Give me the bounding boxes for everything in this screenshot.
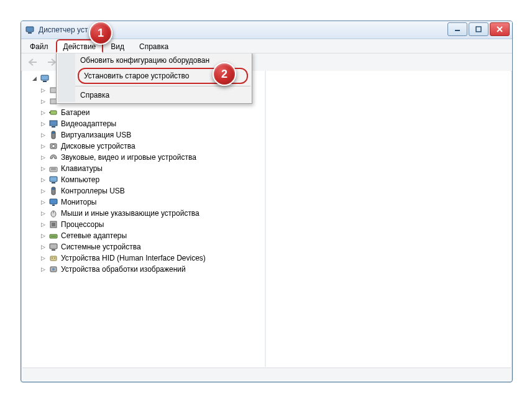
usb-controller-icon bbox=[48, 186, 58, 196]
battery-icon bbox=[48, 108, 58, 118]
svg-rect-34 bbox=[52, 249, 55, 251]
expand-icon[interactable]: ▷ bbox=[40, 98, 46, 104]
svg-rect-35 bbox=[50, 256, 57, 261]
menu-separator bbox=[75, 86, 250, 86]
disk-drive-icon bbox=[48, 141, 58, 151]
svg-point-37 bbox=[54, 257, 55, 259]
network-adapter-icon bbox=[48, 231, 58, 241]
imaging-device-icon bbox=[48, 264, 58, 274]
mouse-icon bbox=[48, 208, 58, 218]
collapse-icon[interactable]: ◢ bbox=[31, 75, 37, 81]
svg-rect-1 bbox=[28, 32, 32, 34]
expand-icon[interactable]: ▷ bbox=[40, 132, 46, 138]
tree-node[interactable]: ▷Батареи bbox=[40, 107, 511, 118]
tree-node-label: Системные устройства bbox=[61, 241, 141, 252]
svg-rect-11 bbox=[49, 112, 50, 113]
expand-icon[interactable]: ▷ bbox=[40, 188, 46, 194]
tree-node[interactable]: ▷Сетевые адаптеры bbox=[40, 230, 511, 241]
device-manager-window: Диспетчер уст Файл Действие Вид Справка bbox=[21, 21, 513, 382]
usb-virtualization-icon bbox=[48, 130, 58, 140]
svg-point-39 bbox=[52, 268, 55, 271]
tree-node[interactable]: ▷Процессоры bbox=[40, 219, 511, 230]
tree-node-label: Мыши и иные указывающие устройства bbox=[61, 208, 200, 219]
svg-rect-7 bbox=[43, 81, 47, 82]
tree-node[interactable]: ▷Виртуализация USB bbox=[40, 129, 511, 141]
expand-icon[interactable]: ▷ bbox=[40, 244, 46, 250]
svg-rect-21 bbox=[50, 177, 57, 182]
processor-icon bbox=[48, 220, 58, 229]
expand-icon[interactable]: ▷ bbox=[40, 121, 46, 127]
minimize-button[interactable] bbox=[447, 22, 467, 36]
tree-node[interactable]: ▷Компьютер bbox=[40, 174, 511, 185]
svg-rect-33 bbox=[50, 244, 57, 249]
maximize-button[interactable] bbox=[469, 22, 488, 36]
svg-point-36 bbox=[52, 257, 53, 259]
tree-node[interactable]: ▷Мыши и иные указывающие устройства bbox=[40, 208, 511, 219]
svg-rect-30 bbox=[52, 223, 55, 226]
menu-file[interactable]: Файл bbox=[22, 39, 56, 53]
expand-icon[interactable]: ▷ bbox=[40, 177, 46, 183]
tree-node[interactable]: ▷Устройства HID (Human Interface Devices… bbox=[40, 252, 511, 264]
tree-node-label: Устройства HID (Human Interface Devices) bbox=[61, 252, 206, 264]
menu-help[interactable]: Справка bbox=[132, 39, 176, 53]
display-adapter-icon bbox=[48, 119, 58, 129]
svg-point-17 bbox=[52, 145, 55, 148]
back-button[interactable] bbox=[25, 55, 41, 70]
svg-rect-25 bbox=[50, 199, 57, 204]
audio-icon bbox=[48, 152, 58, 162]
tree-node-label: Устройства обработки изображений bbox=[61, 264, 186, 275]
tree-node[interactable]: ▷Устройства обработки изображений bbox=[40, 264, 511, 275]
tree-node[interactable]: ▷Дисковые устройства bbox=[40, 141, 511, 152]
tree-node[interactable]: ▷Видеоадаптеры bbox=[40, 118, 511, 129]
tree-node-label: Дисковые устройства bbox=[61, 141, 135, 152]
system-device-icon bbox=[48, 242, 58, 252]
keyboard-icon bbox=[48, 164, 58, 174]
svg-rect-22 bbox=[52, 182, 55, 183]
computer-icon bbox=[40, 73, 50, 83]
monitor-icon bbox=[48, 197, 58, 207]
tree-node[interactable]: ▷Мониторы bbox=[40, 197, 511, 208]
expand-icon[interactable]: ▷ bbox=[40, 233, 46, 239]
expand-icon[interactable]: ▷ bbox=[40, 210, 46, 216]
menu-item-help[interactable]: Справка bbox=[75, 88, 250, 102]
svg-rect-15 bbox=[52, 132, 55, 134]
svg-rect-0 bbox=[26, 27, 34, 32]
tree-node-label: Батареи bbox=[61, 107, 89, 118]
close-button[interactable] bbox=[490, 22, 510, 36]
tree-node-label: Процессоры bbox=[61, 219, 104, 230]
app-icon bbox=[25, 25, 35, 35]
svg-rect-26 bbox=[52, 205, 55, 206]
tree-node[interactable]: ▷Системные устройства bbox=[40, 241, 511, 252]
tree-node[interactable]: ▷Звуковые, видео и игровые устройства bbox=[40, 152, 511, 163]
svg-rect-6 bbox=[41, 75, 48, 80]
callout-badge-2: 2 bbox=[213, 62, 236, 86]
tree-node[interactable]: ▷Контроллеры USB bbox=[40, 185, 511, 197]
tree-node-label: Звуковые, видео и игровые устройства bbox=[61, 152, 196, 163]
expand-icon[interactable]: ▷ bbox=[40, 255, 46, 261]
svg-rect-12 bbox=[50, 121, 57, 126]
expand-icon[interactable]: ▷ bbox=[40, 154, 46, 160]
statusbar bbox=[22, 368, 511, 381]
tree-node-label: Клавиатуры bbox=[61, 163, 103, 174]
svg-rect-10 bbox=[50, 111, 57, 114]
expand-icon[interactable]: ▷ bbox=[40, 165, 46, 172]
tree-node-label: Видеоадаптеры bbox=[61, 118, 116, 129]
tree-node[interactable]: ▷Клавиатуры bbox=[40, 163, 511, 174]
expand-icon[interactable]: ▷ bbox=[40, 87, 46, 93]
svg-rect-3 bbox=[476, 27, 481, 32]
expand-icon[interactable]: ▷ bbox=[40, 199, 46, 205]
tree-node-label: Мониторы bbox=[61, 197, 96, 208]
expand-icon[interactable]: ▷ bbox=[40, 143, 46, 149]
svg-rect-24 bbox=[52, 188, 55, 190]
expand-icon[interactable]: ▷ bbox=[40, 109, 46, 116]
panel-divider bbox=[265, 71, 266, 367]
expand-icon[interactable]: ▷ bbox=[40, 266, 46, 272]
hid-device-icon bbox=[48, 253, 58, 263]
device-tree-panel: ◢ ▷▷▷Батареи▷Видеоадаптеры▷Виртуализация… bbox=[22, 71, 511, 367]
svg-rect-13 bbox=[52, 126, 55, 127]
tree-node-label: Компьютер bbox=[61, 174, 99, 185]
expand-icon[interactable]: ▷ bbox=[40, 221, 46, 228]
callout-badge-1: 1 bbox=[89, 21, 112, 45]
tree-node-label: Виртуализация USB bbox=[61, 129, 131, 141]
tree-node-label: Сетевые адаптеры bbox=[61, 230, 127, 241]
